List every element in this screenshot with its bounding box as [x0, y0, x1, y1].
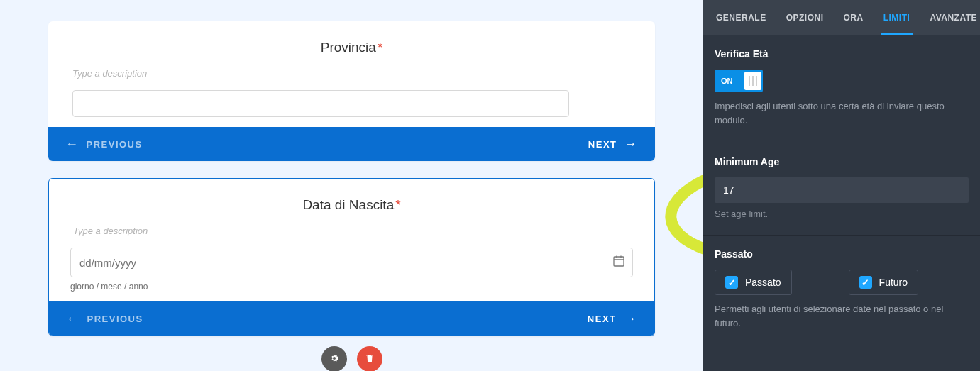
card-title-text: Provincia	[321, 40, 376, 55]
tab-limiti[interactable]: LIMITI	[874, 0, 920, 35]
settings-button[interactable]	[321, 346, 347, 371]
check-label: Futuro	[879, 277, 908, 288]
provincia-input[interactable]	[72, 90, 569, 117]
next-button[interactable]: NEXT →	[588, 312, 637, 325]
card-description-placeholder[interactable]: Type a description	[70, 226, 633, 236]
arrow-left-icon: ←	[65, 138, 79, 150]
tab-avanzate[interactable]: AVANZATE	[920, 0, 980, 35]
required-star: *	[395, 197, 400, 212]
date-format-hint: giorno / mese / anno	[70, 282, 633, 292]
next-button[interactable]: NEXT →	[588, 138, 638, 150]
tab-ora[interactable]: ORA	[834, 0, 874, 35]
age-verification-toggle[interactable]: ON	[715, 70, 763, 92]
section-title: Passato	[715, 248, 969, 260]
previous-button[interactable]: ← PREVIOUS	[65, 138, 143, 150]
section-passato: Passato ✓ Passato ✓ Futuro Permetti agli…	[703, 236, 980, 345]
svg-rect-0	[614, 257, 624, 266]
section-verifica-eta: Verifica Età ON Impedisci agli utenti so…	[703, 35, 980, 143]
card-title: Provincia*	[70, 40, 634, 55]
trash-icon	[365, 353, 375, 365]
date-input-wrap	[70, 248, 633, 277]
next-label: NEXT	[588, 139, 617, 150]
card-footer: ← PREVIOUS NEXT →	[48, 127, 655, 161]
arrow-left-icon: ←	[66, 312, 80, 325]
date-input[interactable]	[70, 248, 633, 277]
previous-label: PREVIOUS	[87, 139, 143, 150]
card-footer: ← PREVIOUS NEXT →	[49, 301, 654, 336]
card-data-nascita[interactable]: Data di Nascita* Type a description gior…	[48, 178, 655, 336]
section-sub: Set age limit.	[715, 209, 969, 219]
tab-opzioni[interactable]: OPZIONI	[776, 0, 834, 35]
checkbox-checked-icon: ✓	[859, 276, 872, 289]
previous-button[interactable]: ← PREVIOUS	[66, 312, 143, 325]
check-label: Passato	[745, 277, 781, 288]
section-title: Verifica Età	[715, 48, 969, 60]
section-minimum-age: Minimum Age Set age limit.	[703, 143, 980, 236]
card-description-placeholder[interactable]: Type a description	[70, 68, 634, 79]
toggle-on-label: ON	[716, 77, 738, 85]
check-passato[interactable]: ✓ Passato	[715, 270, 792, 295]
card-provincia[interactable]: Provincia* Type a description ← PREVIOUS…	[48, 21, 655, 161]
check-futuro[interactable]: ✓ Futuro	[849, 270, 918, 295]
section-title: Minimum Age	[715, 156, 969, 167]
sidebar-tabs: GENERALE OPZIONI ORA LIMITI AVANZATE	[703, 0, 980, 35]
card-title-text: Data di Nascita	[302, 197, 394, 212]
arrow-right-icon: →	[624, 312, 638, 325]
minimum-age-input[interactable]	[715, 177, 969, 203]
tab-generale[interactable]: GENERALE	[706, 0, 776, 35]
delete-button[interactable]	[357, 346, 382, 371]
arrow-right-icon: →	[624, 138, 639, 150]
form-canvas: Provincia* Type a description ← PREVIOUS…	[0, 0, 703, 371]
gear-icon	[329, 353, 340, 366]
checkbox-checked-icon: ✓	[725, 276, 738, 289]
properties-sidebar: GENERALE OPZIONI ORA LIMITI AVANZATE Ver…	[703, 0, 980, 371]
section-help: Impedisci agli utenti sotto una certa et…	[715, 99, 969, 127]
card-actions	[0, 346, 703, 371]
required-star: *	[378, 40, 382, 55]
section-help: Permetti agli utenti di selezionare date…	[715, 302, 969, 330]
card-title: Data di Nascita*	[70, 197, 633, 213]
toggle-knob-icon	[744, 72, 761, 90]
calendar-icon[interactable]	[613, 255, 624, 270]
previous-label: PREVIOUS	[87, 314, 143, 324]
date-range-checks: ✓ Passato ✓ Futuro	[715, 270, 969, 295]
next-label: NEXT	[588, 314, 617, 324]
